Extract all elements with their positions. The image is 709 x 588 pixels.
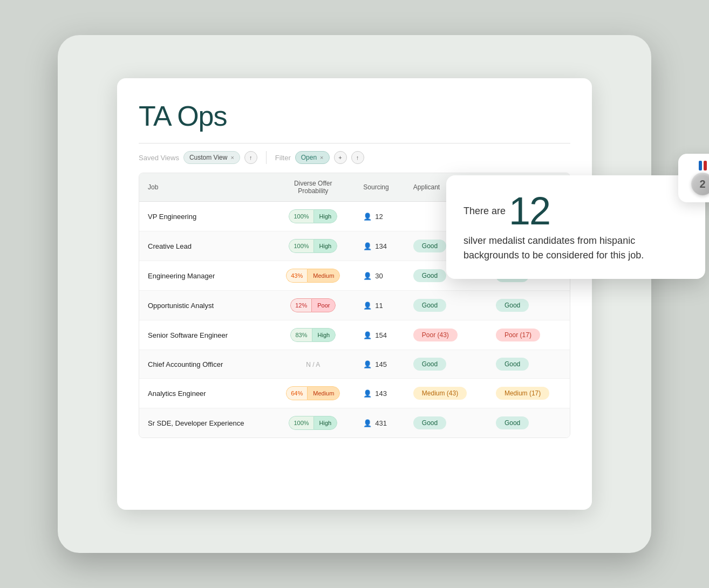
filter-label: Filter <box>275 154 291 162</box>
prob-cell: 12% Poor <box>271 291 354 320</box>
table-row[interactable]: Sr SDE, Developer Experience 100% High 👤… <box>139 408 570 438</box>
prob-cell: 64% Medium <box>271 379 354 408</box>
popup-text-before: There are <box>463 204 506 218</box>
table-row[interactable]: Opportunistic Analyst 12% Poor 👤11GoodGo… <box>139 291 570 320</box>
filter-up-icon[interactable]: ↑ <box>351 151 364 164</box>
job-cell: Chief Accounting Officer <box>139 350 271 379</box>
col-sourcing: Sourcing <box>354 173 405 202</box>
job-cell: VP Engineering <box>139 202 271 231</box>
source-cell: Good <box>487 408 570 438</box>
prob-cell: 100% High <box>271 202 354 231</box>
applicant-cell: Good <box>405 408 487 438</box>
page-title: TA Ops <box>139 100 570 132</box>
source-cell: Good <box>487 291 570 320</box>
saved-views-up-icon[interactable]: ↑ <box>244 151 257 164</box>
prob-cell: 100% High <box>271 408 354 438</box>
job-cell: Senior Software Engineer <box>139 320 271 350</box>
prob-cell: 43% Medium <box>271 261 354 291</box>
col-prob: Diverse OfferProbability <box>271 173 354 202</box>
applicant-cell: Good <box>405 291 487 320</box>
medal-ribbon <box>699 161 707 170</box>
popup-text: There are 12 silver medalist candidates … <box>463 192 688 263</box>
filter-section: Filter Open × + ↑ <box>275 151 364 164</box>
job-cell: Sr SDE, Developer Experience <box>139 408 271 438</box>
saved-views-label: Saved Views <box>139 154 179 162</box>
applicant-cell: Medium (43) <box>405 379 487 408</box>
job-cell: Creative Lead <box>139 231 271 261</box>
custom-view-close-icon[interactable]: × <box>230 154 234 161</box>
source-cell: Poor (17) <box>487 320 570 350</box>
table-row[interactable]: Senior Software Engineer 83% High 👤154Po… <box>139 320 570 350</box>
popup-number: 12 <box>509 192 550 230</box>
popup-text-after: silver medalist candidates from hispanic… <box>463 234 688 263</box>
medal-badge: 2 <box>678 154 709 202</box>
job-cell: Analytics Engineer <box>139 379 271 408</box>
filter-bar: Saved Views Custom View × ↑ Filter Open … <box>139 151 570 164</box>
sourcing-cell: 👤431 <box>354 408 405 438</box>
app-content: TA Ops Saved Views Custom View × ↑ Filte… <box>117 78 592 510</box>
sourcing-cell: 👤11 <box>354 291 405 320</box>
outer-frame: TA Ops Saved Views Custom View × ↑ Filte… <box>58 35 651 553</box>
prob-cell: 100% High <box>271 231 354 261</box>
prob-cell: 83% High <box>271 320 354 350</box>
col-job: Job <box>139 173 271 202</box>
job-cell: Opportunistic Analyst <box>139 291 271 320</box>
ribbon-red <box>704 161 707 170</box>
source-cell: Good <box>487 350 570 379</box>
add-filter-icon[interactable]: + <box>334 151 347 164</box>
prob-cell: N / A <box>271 350 354 379</box>
filter-separator <box>266 151 267 164</box>
app-window: TA Ops Saved Views Custom View × ↑ Filte… <box>117 78 592 510</box>
source-cell: Medium (17) <box>487 379 570 408</box>
sourcing-cell: 👤134 <box>354 231 405 261</box>
custom-view-chip[interactable]: Custom View × <box>183 151 240 164</box>
sourcing-cell: 👤154 <box>354 320 405 350</box>
open-filter-close-icon[interactable]: × <box>320 154 323 161</box>
sourcing-cell: 👤30 <box>354 261 405 291</box>
table-row[interactable]: Analytics Engineer 64% Medium 👤143Medium… <box>139 379 570 408</box>
open-filter-chip[interactable]: Open × <box>295 151 330 164</box>
job-cell: Engineering Manager <box>139 261 271 291</box>
ribbon-blue <box>699 161 702 170</box>
sourcing-cell: 👤12 <box>354 202 405 231</box>
medal-circle: 2 <box>691 173 709 195</box>
popup-card: There are 12 silver medalist candidates … <box>446 175 705 279</box>
sourcing-cell: 👤143 <box>354 379 405 408</box>
table-row[interactable]: Chief Accounting OfficerN / A👤145GoodGoo… <box>139 350 570 379</box>
saved-views-section: Saved Views Custom View × ↑ <box>139 151 257 164</box>
sourcing-cell: 👤145 <box>354 350 405 379</box>
divider <box>139 143 570 143</box>
applicant-cell: Poor (43) <box>405 320 487 350</box>
applicant-cell: Good <box>405 350 487 379</box>
